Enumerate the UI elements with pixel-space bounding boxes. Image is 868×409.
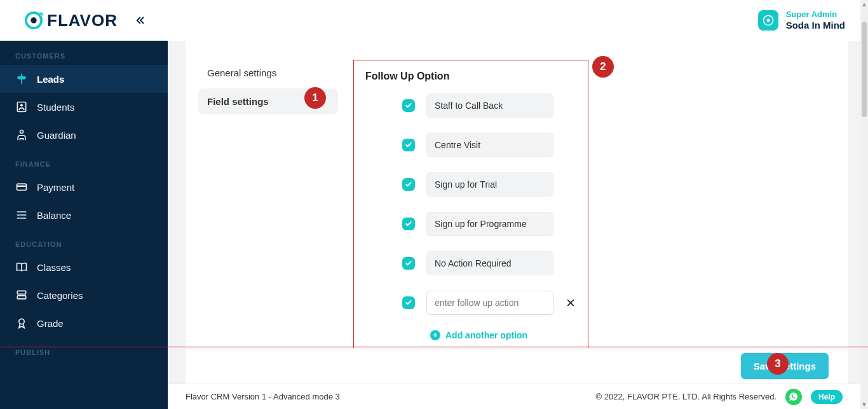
checkbox[interactable]	[402, 296, 415, 309]
remove-option-button[interactable]	[565, 296, 576, 309]
svg-point-3	[766, 19, 770, 22]
save-bar: Save Settings	[186, 348, 848, 384]
sidebar-item-classes[interactable]: Classes	[0, 253, 168, 281]
scroll-thumb[interactable]	[862, 22, 867, 117]
settings-panel: General settings Field settings Follow U…	[186, 41, 848, 353]
brand[interactable]: FLAVOR	[24, 11, 148, 31]
svg-rect-4	[17, 102, 25, 112]
follow-up-option-row	[365, 212, 576, 236]
sidebar-section-publish: PUBLISH	[0, 337, 168, 361]
settings-subnav: General settings Field settings	[186, 60, 338, 353]
follow-up-new-option-input[interactable]	[426, 291, 553, 315]
page-scrollbar[interactable]: ▲ ▼	[860, 0, 868, 409]
sidebar-item-grade[interactable]: Grade	[0, 309, 168, 337]
brand-name: FLAVOR	[47, 11, 118, 31]
sidebar-item-label: Grade	[37, 318, 64, 329]
follow-up-option-row	[365, 172, 576, 197]
footer: Flavor CRM Version 1 - Advanced mode 3 ©…	[168, 384, 860, 409]
user-role: Super Admin	[786, 10, 845, 20]
stack-icon	[15, 289, 28, 302]
person-icon	[15, 101, 28, 113]
follow-up-option-input[interactable]	[426, 133, 553, 157]
follow-up-option-input[interactable]	[426, 94, 553, 118]
sidebar-section-customers: CUSTOMERS	[0, 41, 168, 65]
follow-up-option-box: Follow Up Option	[353, 60, 588, 349]
svg-point-1	[31, 17, 36, 23]
sidebar-section-finance: FINANCE	[0, 149, 168, 173]
checkbox[interactable]	[402, 139, 415, 151]
topbar: FLAVOR Super Admin Soda In Mind	[0, 0, 860, 41]
tab-field-settings[interactable]: Field settings	[198, 88, 338, 114]
sidebar-item-label: Payment	[37, 182, 74, 193]
help-button[interactable]: Help	[811, 390, 843, 404]
settings-content: Follow Up Option	[338, 60, 848, 353]
svg-rect-9	[17, 291, 25, 294]
avatar-icon	[758, 10, 778, 31]
sidebar: CUSTOMERS Leads Students Guardian FINANC…	[0, 41, 168, 409]
sidebar-item-label: Categories	[37, 290, 83, 301]
sidebar-item-label: Students	[37, 102, 74, 113]
add-another-option-button[interactable]: + Add another option	[365, 330, 576, 340]
follow-up-new-option-row	[365, 291, 576, 315]
list-icon	[15, 209, 28, 221]
follow-up-title: Follow Up Option	[365, 71, 576, 82]
book-icon	[15, 261, 28, 274]
sidebar-item-students[interactable]: Students	[0, 93, 168, 121]
sidebar-item-label: Leads	[37, 74, 64, 85]
medal-icon	[15, 317, 28, 329]
plus-circle-icon: +	[430, 330, 440, 340]
signpost-icon	[15, 73, 28, 85]
sidebar-item-label: Balance	[37, 210, 71, 221]
checkbox[interactable]	[402, 257, 415, 270]
checkbox[interactable]	[402, 178, 415, 191]
brand-logo-icon	[24, 11, 43, 30]
follow-up-option-row	[365, 251, 576, 275]
footer-version: Flavor CRM Version 1 - Advanced mode 3	[186, 392, 340, 401]
user-block[interactable]: Super Admin Soda In Mind	[758, 10, 845, 31]
sidebar-item-guardian[interactable]: Guardian	[0, 121, 168, 149]
svg-rect-8	[17, 186, 27, 188]
checkbox[interactable]	[402, 218, 415, 230]
sidebar-item-label: Guardian	[37, 130, 76, 141]
sidebar-item-balance[interactable]: Balance	[0, 201, 168, 229]
svg-point-11	[19, 319, 24, 324]
main: General settings Field settings Follow U…	[168, 41, 860, 384]
add-another-label: Add another option	[445, 330, 527, 340]
sidebar-item-categories[interactable]: Categories	[0, 281, 168, 309]
user-org: Soda In Mind	[786, 20, 845, 31]
follow-up-option-input[interactable]	[426, 251, 553, 275]
card-icon	[15, 181, 28, 193]
whatsapp-icon[interactable]	[785, 389, 802, 405]
sidebar-collapse-button[interactable]	[133, 13, 148, 28]
checkbox[interactable]	[402, 99, 415, 112]
follow-up-option-row	[365, 94, 576, 118]
save-settings-button[interactable]: Save Settings	[741, 353, 829, 379]
scroll-up-icon[interactable]: ▲	[860, 0, 868, 9]
svg-point-6	[20, 130, 24, 134]
guardian-icon	[15, 128, 28, 141]
tab-general-settings[interactable]: General settings	[198, 60, 338, 86]
follow-up-option-row	[365, 133, 576, 157]
sidebar-section-education: EDUCATION	[0, 229, 168, 253]
svg-point-5	[20, 104, 23, 106]
sidebar-item-payment[interactable]: Payment	[0, 173, 168, 201]
sidebar-item-leads[interactable]: Leads	[0, 65, 168, 93]
follow-up-option-input[interactable]	[426, 172, 553, 197]
footer-copyright: © 2022, FLAVOR PTE. LTD. All Rights Rese…	[596, 392, 776, 401]
sidebar-item-label: Classes	[37, 262, 71, 273]
scroll-down-icon[interactable]: ▼	[860, 400, 868, 409]
svg-rect-10	[17, 296, 25, 299]
follow-up-option-input[interactable]	[426, 212, 553, 236]
